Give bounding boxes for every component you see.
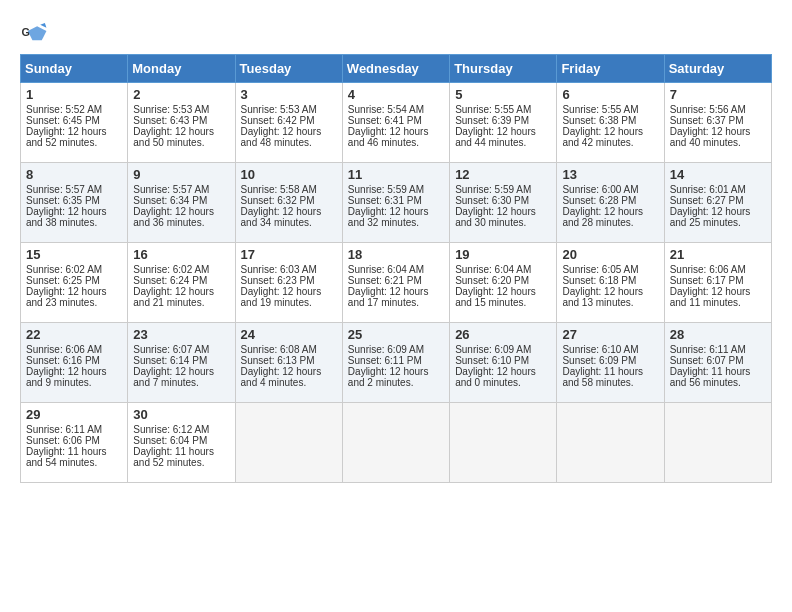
daylight-text: Daylight: 12 hours and 34 minutes.: [241, 206, 322, 228]
day-number: 2: [133, 87, 229, 102]
sunset-text: Sunset: 6:42 PM: [241, 115, 315, 126]
calendar-cell: 26Sunrise: 6:09 AMSunset: 6:10 PMDayligh…: [450, 323, 557, 403]
sunset-text: Sunset: 6:18 PM: [562, 275, 636, 286]
sunrise-text: Sunrise: 6:09 AM: [455, 344, 531, 355]
calendar-cell: 11Sunrise: 5:59 AMSunset: 6:31 PMDayligh…: [342, 163, 449, 243]
sunrise-text: Sunrise: 5:55 AM: [562, 104, 638, 115]
calendar-cell: 14Sunrise: 6:01 AMSunset: 6:27 PMDayligh…: [664, 163, 771, 243]
sunset-text: Sunset: 6:41 PM: [348, 115, 422, 126]
day-number: 9: [133, 167, 229, 182]
day-number: 16: [133, 247, 229, 262]
day-number: 27: [562, 327, 658, 342]
daylight-text: Daylight: 12 hours and 40 minutes.: [670, 126, 751, 148]
weekday-header-sunday: Sunday: [21, 55, 128, 83]
sunrise-text: Sunrise: 6:11 AM: [670, 344, 746, 355]
calendar-cell: [450, 403, 557, 483]
calendar-cell: 12Sunrise: 5:59 AMSunset: 6:30 PMDayligh…: [450, 163, 557, 243]
sunset-text: Sunset: 6:07 PM: [670, 355, 744, 366]
daylight-text: Daylight: 12 hours and 19 minutes.: [241, 286, 322, 308]
calendar-cell: 5Sunrise: 5:55 AMSunset: 6:39 PMDaylight…: [450, 83, 557, 163]
sunrise-text: Sunrise: 5:59 AM: [348, 184, 424, 195]
day-number: 21: [670, 247, 766, 262]
sunrise-text: Sunrise: 6:04 AM: [455, 264, 531, 275]
sunset-text: Sunset: 6:25 PM: [26, 275, 100, 286]
sunset-text: Sunset: 6:16 PM: [26, 355, 100, 366]
sunrise-text: Sunrise: 6:11 AM: [26, 424, 102, 435]
sunset-text: Sunset: 6:06 PM: [26, 435, 100, 446]
sunrise-text: Sunrise: 6:05 AM: [562, 264, 638, 275]
calendar-cell: 4Sunrise: 5:54 AMSunset: 6:41 PMDaylight…: [342, 83, 449, 163]
calendar-week-row: 29Sunrise: 6:11 AMSunset: 6:06 PMDayligh…: [21, 403, 772, 483]
calendar-cell: 30Sunrise: 6:12 AMSunset: 6:04 PMDayligh…: [128, 403, 235, 483]
calendar-cell: 7Sunrise: 5:56 AMSunset: 6:37 PMDaylight…: [664, 83, 771, 163]
sunrise-text: Sunrise: 6:06 AM: [670, 264, 746, 275]
sunset-text: Sunset: 6:14 PM: [133, 355, 207, 366]
daylight-text: Daylight: 12 hours and 23 minutes.: [26, 286, 107, 308]
weekday-header-monday: Monday: [128, 55, 235, 83]
sunrise-text: Sunrise: 6:01 AM: [670, 184, 746, 195]
calendar-cell: 22Sunrise: 6:06 AMSunset: 6:16 PMDayligh…: [21, 323, 128, 403]
sunset-text: Sunset: 6:37 PM: [670, 115, 744, 126]
daylight-text: Daylight: 12 hours and 50 minutes.: [133, 126, 214, 148]
daylight-text: Daylight: 12 hours and 9 minutes.: [26, 366, 107, 388]
sunset-text: Sunset: 6:45 PM: [26, 115, 100, 126]
calendar-week-row: 15Sunrise: 6:02 AMSunset: 6:25 PMDayligh…: [21, 243, 772, 323]
sunrise-text: Sunrise: 5:59 AM: [455, 184, 531, 195]
day-number: 6: [562, 87, 658, 102]
day-number: 20: [562, 247, 658, 262]
sunset-text: Sunset: 6:11 PM: [348, 355, 422, 366]
sunrise-text: Sunrise: 5:57 AM: [133, 184, 209, 195]
daylight-text: Daylight: 11 hours and 58 minutes.: [562, 366, 643, 388]
weekday-header-tuesday: Tuesday: [235, 55, 342, 83]
sunrise-text: Sunrise: 6:00 AM: [562, 184, 638, 195]
sunset-text: Sunset: 6:39 PM: [455, 115, 529, 126]
calendar-cell: [235, 403, 342, 483]
sunset-text: Sunset: 6:35 PM: [26, 195, 100, 206]
day-number: 10: [241, 167, 337, 182]
day-number: 1: [26, 87, 122, 102]
day-number: 15: [26, 247, 122, 262]
sunset-text: Sunset: 6:17 PM: [670, 275, 744, 286]
daylight-text: Daylight: 12 hours and 48 minutes.: [241, 126, 322, 148]
weekday-header-saturday: Saturday: [664, 55, 771, 83]
sunrise-text: Sunrise: 6:12 AM: [133, 424, 209, 435]
day-number: 26: [455, 327, 551, 342]
daylight-text: Daylight: 12 hours and 36 minutes.: [133, 206, 214, 228]
daylight-text: Daylight: 11 hours and 54 minutes.: [26, 446, 107, 468]
svg-marker-1: [28, 26, 47, 40]
day-number: 24: [241, 327, 337, 342]
calendar-cell: 21Sunrise: 6:06 AMSunset: 6:17 PMDayligh…: [664, 243, 771, 323]
calendar-cell: 25Sunrise: 6:09 AMSunset: 6:11 PMDayligh…: [342, 323, 449, 403]
calendar-cell: 27Sunrise: 6:10 AMSunset: 6:09 PMDayligh…: [557, 323, 664, 403]
calendar-cell: 13Sunrise: 6:00 AMSunset: 6:28 PMDayligh…: [557, 163, 664, 243]
calendar-week-row: 22Sunrise: 6:06 AMSunset: 6:16 PMDayligh…: [21, 323, 772, 403]
day-number: 17: [241, 247, 337, 262]
sunset-text: Sunset: 6:13 PM: [241, 355, 315, 366]
sunset-text: Sunset: 6:43 PM: [133, 115, 207, 126]
day-number: 14: [670, 167, 766, 182]
sunset-text: Sunset: 6:28 PM: [562, 195, 636, 206]
sunrise-text: Sunrise: 6:04 AM: [348, 264, 424, 275]
calendar-cell: 3Sunrise: 5:53 AMSunset: 6:42 PMDaylight…: [235, 83, 342, 163]
day-number: 13: [562, 167, 658, 182]
sunset-text: Sunset: 6:24 PM: [133, 275, 207, 286]
sunrise-text: Sunrise: 6:06 AM: [26, 344, 102, 355]
day-number: 12: [455, 167, 551, 182]
weekday-header-friday: Friday: [557, 55, 664, 83]
sunrise-text: Sunrise: 6:08 AM: [241, 344, 317, 355]
day-number: 5: [455, 87, 551, 102]
logo: G: [20, 20, 52, 48]
day-number: 29: [26, 407, 122, 422]
daylight-text: Daylight: 12 hours and 21 minutes.: [133, 286, 214, 308]
calendar-week-row: 1Sunrise: 5:52 AMSunset: 6:45 PMDaylight…: [21, 83, 772, 163]
calendar-cell: 19Sunrise: 6:04 AMSunset: 6:20 PMDayligh…: [450, 243, 557, 323]
calendar-cell: 8Sunrise: 5:57 AMSunset: 6:35 PMDaylight…: [21, 163, 128, 243]
calendar-cell: 6Sunrise: 5:55 AMSunset: 6:38 PMDaylight…: [557, 83, 664, 163]
day-number: 25: [348, 327, 444, 342]
sunrise-text: Sunrise: 6:02 AM: [26, 264, 102, 275]
sunrise-text: Sunrise: 5:53 AM: [133, 104, 209, 115]
sunset-text: Sunset: 6:34 PM: [133, 195, 207, 206]
day-number: 22: [26, 327, 122, 342]
calendar-cell: 16Sunrise: 6:02 AMSunset: 6:24 PMDayligh…: [128, 243, 235, 323]
daylight-text: Daylight: 12 hours and 4 minutes.: [241, 366, 322, 388]
